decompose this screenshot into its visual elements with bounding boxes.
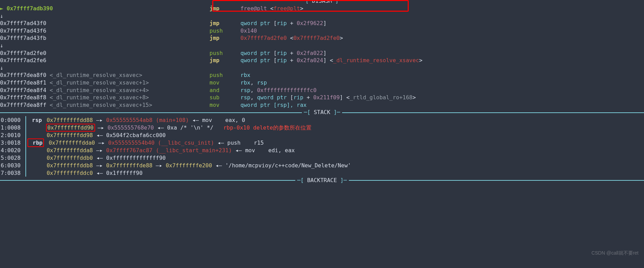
disasm-row: 0x7ffff7dea8f8 <_dl_runtime_resolve_xsav… xyxy=(0,94,644,101)
disasm-row: 0x7ffff7ad2fe0pushqword ptr [rip + 0x2fa… xyxy=(0,49,644,57)
disasm-row: 0x7ffff7ad43f0 jmpqword ptr [rip + 0x2f9… xyxy=(0,20,644,27)
disasm-row: 0x7ffff7ad43f6 push0x140 xyxy=(0,27,644,35)
stack-row: 6:0030 0x7fffffffddb8 —▸ 0x7fffffffde88 … xyxy=(0,161,644,169)
stack-addr: 0x7fffffffdd98 xyxy=(47,132,93,138)
stack-label: STACK xyxy=(314,109,330,115)
stack-addr: 0x7fffffffddb0 xyxy=(47,155,93,161)
stack-row: 1:0008 0x7fffffffdd90 —▸ 0x555555768e70 … xyxy=(0,124,644,131)
stack-row: 4:0020 0x7fffffffdda8 —▸ 0x7ffff767ac87 … xyxy=(0,146,644,154)
disasm-row: ↓ xyxy=(0,42,644,49)
stack-panel: 0:0000rsp 0x7fffffffdd88 —▸ 0x555555554a… xyxy=(0,116,644,177)
stack-row: 0:0000rsp 0x7fffffffdd88 —▸ 0x555555554a… xyxy=(0,116,644,124)
section-backtrace-header: ─[ BACKTRACE ]─ xyxy=(0,177,644,183)
stack-addr: 0x7fffffffddb8 xyxy=(47,162,93,169)
debugger-screenshot: { "sections": { "stack": "STACK", "backt… xyxy=(0,0,644,268)
stack-row: 7:0038 0x7fffffffddc0 ◂— 0x1ffffff90 xyxy=(0,169,644,177)
stack-reg-label: rbp xyxy=(27,138,44,147)
disasm-row: 0x7ffff7dea8f1 <_dl_runtime_resolve_xsav… xyxy=(0,79,644,87)
disasm-panel: ► 0x7ffff7adb390jmpfree@plt <free@plt> ↓… xyxy=(0,3,644,109)
disasm-row: 0x7ffff7ad43fb jmp0x7ffff7ad2fe0 <0x7fff… xyxy=(0,34,644,42)
disasm-label: DISASM xyxy=(312,0,332,4)
stack-addr: 0x7fffffffdda0 xyxy=(49,139,95,146)
disasm-row: ► 0x7ffff7adb390jmpfree@plt <free@plt> xyxy=(0,5,644,12)
backtrace-label: BACKTRACE xyxy=(307,177,337,183)
disasm-row: ↓ xyxy=(0,12,644,20)
stack-reg-label: rsp xyxy=(28,116,42,124)
stack-addr: 0x7fffffffdd88 xyxy=(47,117,93,123)
disasm-row: 0x7ffff7ad2fe6jmpqword ptr [rip + 0x2fa0… xyxy=(0,57,644,64)
stack-addr: 0x7fffffffddc0 xyxy=(47,170,93,176)
section-disasm-header-fragment: [ DISASM ] xyxy=(0,0,644,3)
stack-addr: 0x7fffffffdd90 xyxy=(46,124,95,132)
stack-row: 2:0010 0x7fffffffdd98 ◂— 0x504f2cbafa6cc… xyxy=(0,131,644,139)
stack-row: 3:0018rbp 0x7fffffffdda0 —▸ 0x555555554b… xyxy=(0,139,644,146)
disasm-row: 0x7ffff7dea8f4 <_dl_runtime_resolve_xsav… xyxy=(0,87,644,94)
disasm-row: 0x7ffff7dea8ff <_dl_runtime_resolve_xsav… xyxy=(0,101,644,109)
section-stack-header: ─[ STACK ]─ xyxy=(0,109,644,116)
annotation-text: rbp-0x10 delete的参数所在位置 xyxy=(223,124,312,131)
stack-addr: 0x7fffffffdda8 xyxy=(47,147,93,154)
watermark: CSDN @call就不要ret xyxy=(591,250,639,256)
stack-row: 5:0028 0x7fffffffddb0 ◂— 0xfffffffffffff… xyxy=(0,154,644,161)
disasm-row: ↓ xyxy=(0,64,644,72)
disasm-row: 0x7ffff7dea8f0 <_dl_runtime_resolve_xsav… xyxy=(0,71,644,79)
